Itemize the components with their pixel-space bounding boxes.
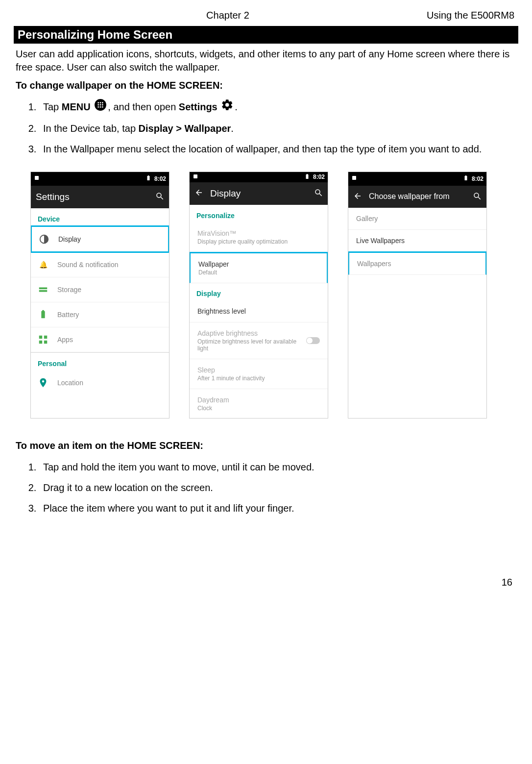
chapter-label: Chapter 2 [132,10,323,21]
svg-rect-16 [39,287,48,289]
status-bar: 8:02 [190,172,328,182]
toggle-adaptive[interactable] [306,337,320,344]
svg-rect-18 [41,311,45,318]
step-2: In the Device tab, tap Display > Wallpap… [39,119,518,138]
row-miravision[interactable]: MiraVision™ Display picture quality opti… [190,222,328,252]
battery-icon [145,175,151,182]
svg-point-3 [102,102,103,103]
row-title: Wallpaper [198,260,319,268]
svg-line-14 [161,197,163,199]
row-location[interactable]: Location [31,370,169,395]
status-bar: 8:02 [348,172,486,186]
display-icon [39,234,49,245]
status-bar: 8:02 [31,172,169,186]
toolbar-title: Choose wallpaper from [369,192,466,201]
section-device: Device [31,208,169,226]
svg-rect-22 [39,341,42,344]
toolbar: Choose wallpaper from [348,186,486,208]
row-sub: After 1 minute of inactivity [197,375,320,382]
screenshots-row: 8:02 Settings Device Display 🔔 Sound & n… [14,169,518,423]
step-1: Tap and hold the item you want to move, … [39,457,518,477]
subheading-move-item: To move an item on the HOME SCREEN: [14,438,518,455]
row-brightness[interactable]: Brightness level [190,300,328,322]
svg-rect-11 [147,176,149,180]
svg-point-32 [474,193,479,197]
gear-icon [221,98,234,118]
toolbar-title: Display [210,188,307,199]
row-sub: Clock [197,405,320,412]
step-1: Tap MENU , and then open Settings . [39,97,518,118]
row-adaptive[interactable]: Adaptive brightness Optimize brightness … [190,322,328,359]
row-sleep[interactable]: Sleep After 1 minute of inactivity [190,359,328,389]
row-gallery[interactable]: Gallery [348,208,486,230]
svg-point-7 [98,106,99,108]
battery-icon [463,175,469,182]
screenshot-display: 8:02 Display Personalize MiraVision™ Dis… [189,172,328,419]
back-icon[interactable] [353,192,362,202]
battery-icon [38,309,48,320]
svg-rect-25 [306,174,308,179]
row-live-wallpapers[interactable]: Live Wallpapers [348,230,486,252]
svg-rect-17 [39,290,48,292]
row-title: Sleep [197,366,320,374]
row-daydream[interactable]: Daydream Clock [190,389,328,419]
svg-rect-19 [42,310,44,312]
svg-point-6 [102,104,103,105]
row-display[interactable]: Display [30,225,169,253]
intro-text: User can add application icons, shortcut… [14,44,518,78]
step-3: In the Wallpaper menu select the locatio… [39,139,518,159]
row-label: Apps [57,336,162,344]
toolbar: Settings [31,186,169,208]
section-personalize: Personalize [190,205,328,222]
svg-point-4 [98,104,99,105]
step-2: Drag it to a new location on the screen. [39,478,518,497]
steps-move-item: Tap and hold the item you want to move, … [14,457,518,518]
svg-point-9 [102,106,103,108]
svg-rect-26 [307,174,308,175]
row-title: Adaptive brightness [197,329,301,337]
svg-point-1 [98,102,99,103]
search-icon[interactable] [314,188,323,198]
svg-point-5 [100,104,101,105]
search-icon[interactable] [155,192,164,202]
toolbar: Display [190,182,328,205]
clock-text: 8:02 [313,173,325,180]
row-wallpapers[interactable]: Wallpapers [348,251,487,275]
back-icon[interactable] [194,188,203,198]
app-indicator-icon [34,175,40,182]
row-label: Display [58,235,161,243]
row-battery[interactable]: Battery [31,302,169,327]
search-icon[interactable] [473,192,482,202]
row-sub: Display picture quality optimization [197,238,320,245]
svg-rect-31 [465,175,466,176]
row-apps[interactable]: Apps [31,327,169,352]
steps-wallpaper: Tap MENU , and then open Settings . In t… [14,97,518,159]
svg-rect-24 [193,174,197,178]
svg-rect-29 [352,176,356,180]
svg-rect-23 [44,341,47,344]
svg-line-33 [478,197,481,199]
row-label: Battery [57,311,162,319]
apps-icon [38,334,48,345]
svg-point-8 [100,106,101,108]
svg-rect-12 [148,175,149,176]
section-heading: Personalizing Home Screen [14,26,518,44]
row-wallpaper[interactable]: Wallpaper Default [189,252,328,283]
bell-icon: 🔔 [38,259,48,270]
row-storage[interactable]: Storage [31,277,169,302]
svg-rect-10 [35,176,39,180]
row-label: Sound & notification [57,261,162,269]
row-sound[interactable]: 🔔 Sound & notification [31,252,169,277]
step-3: Place the item where you want to put it … [39,498,518,518]
svg-point-13 [157,193,161,197]
menu-icon [94,98,107,118]
svg-point-2 [100,102,101,103]
row-label: Location [57,379,162,387]
app-indicator-icon [193,173,198,181]
battery-icon [304,173,310,181]
page-number: 16 [14,528,518,588]
manual-title: Using the E500RM8 [323,10,514,21]
screenshot-choose-wallpaper: 8:02 Choose wallpaper from Gallery Live … [348,172,487,419]
page-header: Chapter 2 Using the E500RM8 [14,10,518,26]
clock-text: 8:02 [472,175,484,182]
